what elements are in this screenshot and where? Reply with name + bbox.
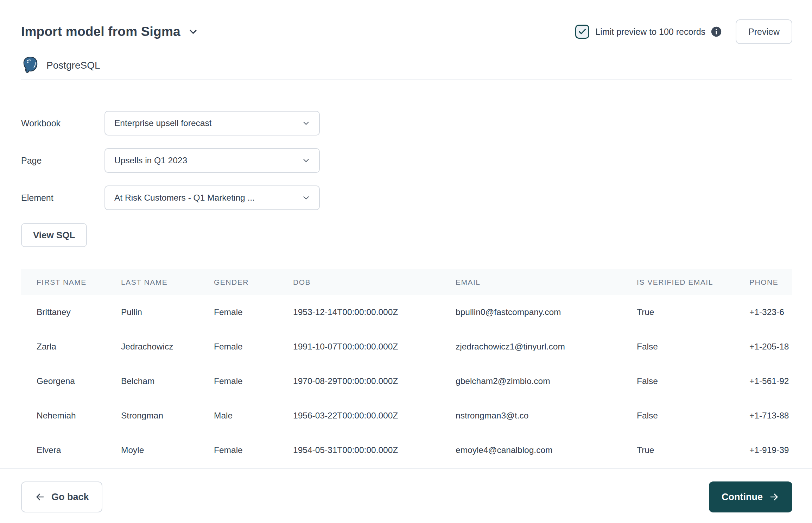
go-back-label: Go back bbox=[51, 492, 89, 503]
cell-is-verified-email: False bbox=[637, 376, 749, 386]
cell-email: gbelcham2@zimbio.com bbox=[456, 376, 637, 386]
cell-is-verified-email: False bbox=[637, 411, 749, 421]
workbook-field-row: Workbook Enterprise upsell forecast bbox=[21, 111, 320, 136]
chevron-down-icon[interactable] bbox=[188, 26, 199, 37]
topbar: Import model from Sigma Limit preview to… bbox=[21, 17, 792, 46]
cell-gender: Female bbox=[214, 307, 293, 317]
page-field-row: Page Upsells in Q1 2023 bbox=[21, 148, 320, 173]
element-label: Element bbox=[21, 193, 104, 203]
cell-last-name: Jedrachowicz bbox=[121, 342, 214, 352]
element-select-value: At Risk Customers - Q1 Marketing ... bbox=[114, 193, 255, 203]
cell-gender: Male bbox=[214, 411, 293, 421]
cell-gender: Female bbox=[214, 376, 293, 386]
element-field-row: Element At Risk Customers - Q1 Marketing… bbox=[21, 185, 320, 210]
column-header-is-verified-email: IS VERIFIED EMAIL bbox=[637, 278, 749, 286]
cell-dob: 1954-05-31T00:00:00.000Z bbox=[293, 445, 456, 455]
cell-last-name: Strongman bbox=[121, 411, 214, 421]
cell-dob: 1956-03-22T00:00:00.000Z bbox=[293, 411, 456, 421]
info-icon[interactable] bbox=[710, 26, 722, 38]
page-label: Page bbox=[21, 156, 104, 166]
table-row: Brittaney Pullin Female 1953-12-14T00:00… bbox=[21, 295, 792, 329]
cell-email: emoyle4@canalblog.com bbox=[456, 445, 637, 455]
column-header-dob: DOB bbox=[293, 278, 456, 286]
source-row: PostgreSQL bbox=[21, 56, 100, 75]
cell-last-name: Moyle bbox=[121, 445, 214, 455]
cell-dob: 1991-10-07T00:00:00.000Z bbox=[293, 342, 456, 352]
page-select[interactable]: Upsells in Q1 2023 bbox=[104, 148, 320, 173]
cell-first-name: Elvera bbox=[37, 445, 121, 455]
cell-phone: +1-919-39 bbox=[749, 445, 792, 455]
import-model-dialog: Import model from Sigma Limit preview to… bbox=[0, 0, 812, 523]
chevron-down-icon bbox=[302, 156, 311, 165]
cell-gender: Female bbox=[214, 445, 293, 455]
cell-email: zjedrachowicz1@tinyurl.com bbox=[456, 342, 637, 352]
cell-dob: 1970-08-29T00:00:00.000Z bbox=[293, 376, 456, 386]
column-header-phone: PHONE bbox=[749, 278, 792, 286]
cell-phone: +1-561-92 bbox=[749, 376, 792, 386]
source-name: PostgreSQL bbox=[46, 60, 100, 71]
cell-phone: +1-323-6 bbox=[749, 307, 792, 317]
cell-phone: +1-713-88 bbox=[749, 411, 792, 421]
cell-is-verified-email: True bbox=[637, 307, 749, 317]
table-header-row: FIRST NAME LAST NAME GENDER DOB EMAIL IS… bbox=[21, 269, 792, 295]
view-sql-button[interactable]: View SQL bbox=[21, 223, 87, 247]
cell-last-name: Pullin bbox=[121, 307, 214, 317]
table-row: Elvera Moyle Female 1954-05-31T00:00:00.… bbox=[21, 433, 792, 467]
workbook-select[interactable]: Enterprise upsell forecast bbox=[104, 111, 320, 136]
column-header-gender: GENDER bbox=[214, 278, 293, 286]
table-row: Nehemiah Strongman Male 1956-03-22T00:00… bbox=[21, 398, 792, 433]
cell-last-name: Belcham bbox=[121, 376, 214, 386]
chevron-down-icon bbox=[302, 193, 311, 202]
arrow-right-icon bbox=[768, 491, 780, 503]
column-header-last-name: LAST NAME bbox=[121, 278, 214, 286]
title-group[interactable]: Import model from Sigma bbox=[21, 24, 199, 39]
limit-preview-label: Limit preview to 100 records bbox=[595, 27, 705, 37]
preview-button[interactable]: Preview bbox=[736, 19, 792, 44]
continue-label: Continue bbox=[722, 492, 763, 503]
column-header-email: EMAIL bbox=[456, 278, 637, 286]
cell-first-name: Zarla bbox=[37, 342, 121, 352]
cell-gender: Female bbox=[214, 342, 293, 352]
cell-dob: 1953-12-14T00:00:00.000Z bbox=[293, 307, 456, 317]
limit-preview-checkbox[interactable] bbox=[575, 25, 589, 39]
continue-button[interactable]: Continue bbox=[709, 481, 792, 512]
cell-is-verified-email: True bbox=[637, 445, 749, 455]
column-header-first-name: FIRST NAME bbox=[37, 278, 121, 286]
arrow-left-icon bbox=[34, 491, 46, 503]
footer-divider bbox=[0, 468, 812, 469]
postgresql-logo bbox=[21, 56, 39, 75]
preview-table: FIRST NAME LAST NAME GENDER DOB EMAIL IS… bbox=[21, 269, 792, 467]
element-select[interactable]: At Risk Customers - Q1 Marketing ... bbox=[104, 185, 320, 210]
cell-first-name: Georgena bbox=[37, 376, 121, 386]
go-back-button[interactable]: Go back bbox=[21, 481, 102, 512]
header-divider bbox=[21, 79, 792, 80]
cell-first-name: Brittaney bbox=[37, 307, 121, 317]
workbook-select-value: Enterprise upsell forecast bbox=[114, 118, 211, 128]
cell-email: nstrongman3@t.co bbox=[456, 411, 637, 421]
page-select-value: Upsells in Q1 2023 bbox=[114, 156, 187, 165]
cell-email: bpullin0@fastcompany.com bbox=[456, 307, 637, 317]
chevron-down-icon bbox=[302, 119, 311, 128]
cell-first-name: Nehemiah bbox=[37, 411, 121, 421]
table-row: Georgena Belcham Female 1970-08-29T00:00… bbox=[21, 364, 792, 398]
cell-is-verified-email: False bbox=[637, 342, 749, 352]
topbar-right: Limit preview to 100 records Preview bbox=[575, 19, 792, 44]
page-title: Import model from Sigma bbox=[21, 24, 180, 39]
workbook-label: Workbook bbox=[21, 118, 104, 128]
cell-phone: +1-205-18 bbox=[749, 342, 792, 352]
table-row: Zarla Jedrachowicz Female 1991-10-07T00:… bbox=[21, 329, 792, 364]
